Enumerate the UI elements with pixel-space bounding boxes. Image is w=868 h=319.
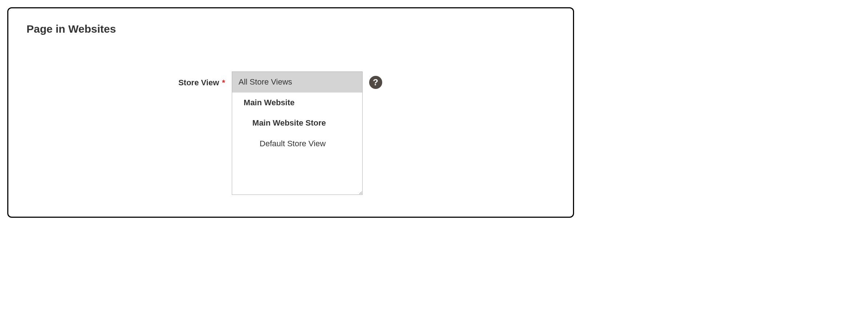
option-all-store-views[interactable]: All Store Views [232,72,362,93]
option-main-website-store[interactable]: Main Website Store [232,113,362,134]
store-view-field: Store View * All Store Views Main Websit… [154,71,555,195]
help-icon[interactable]: ? [369,76,382,89]
required-indicator: * [222,71,225,87]
help-icon-glyph: ? [373,77,378,87]
option-main-website[interactable]: Main Website [232,93,362,113]
section-title: Page in Websites [27,23,555,35]
store-view-select[interactable]: All Store Views Main Website Main Websit… [232,71,363,195]
store-view-label: Store View [154,71,219,87]
option-default-store-view[interactable]: Default Store View [232,134,362,154]
page-in-websites-panel: Page in Websites Store View * All Store … [7,7,574,218]
